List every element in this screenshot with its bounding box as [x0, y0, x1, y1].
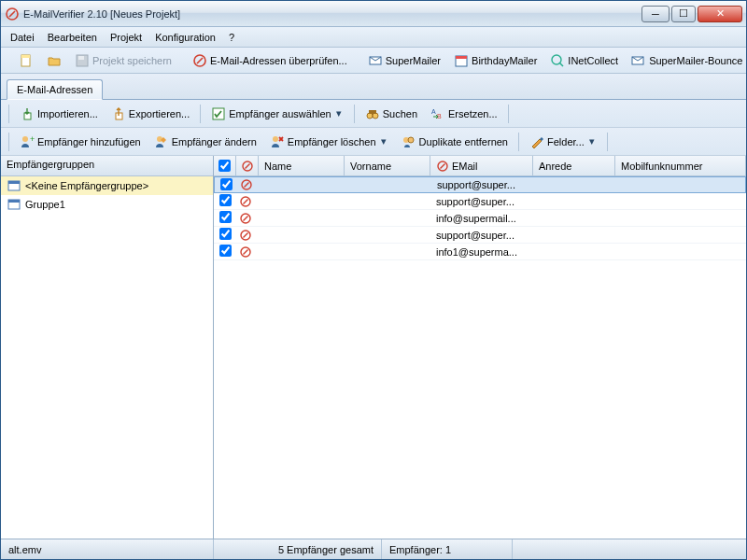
svg-line-39	[245, 183, 249, 188]
groups-list: <Keine Empfängergruppe> Gruppe1	[1, 176, 213, 539]
grid-body[interactable]: support@super...support@super...info@sup…	[214, 176, 746, 539]
binoculars-icon	[365, 106, 380, 121]
export-button[interactable]: Exportieren...	[106, 104, 194, 124]
menubar: Datei Bearbeiten Projekt Konfiguration ?	[1, 27, 746, 48]
row-mobil	[615, 234, 746, 236]
row-checkbox-cell[interactable]	[214, 227, 236, 243]
supermailer-bounce-button[interactable]: SuperMailer-Bounce	[627, 50, 747, 71]
col-anrede[interactable]: Anrede	[533, 156, 615, 175]
globe-search-icon	[550, 53, 565, 68]
menu-help[interactable]: ?	[223, 30, 240, 45]
import-button[interactable]: Importieren...	[15, 104, 103, 124]
table-row[interactable]: support@super...	[214, 193, 746, 210]
supermailer-button[interactable]: SuperMailer	[363, 50, 445, 71]
add-recipient-button[interactable]: + Empfänger hinzufügen	[15, 132, 146, 152]
row-checkbox[interactable]	[220, 178, 233, 190]
table-row[interactable]: info1@superma...	[214, 244, 746, 260]
header-checkbox[interactable]	[218, 160, 231, 172]
new-file-icon	[19, 53, 34, 68]
person-edit-icon	[154, 134, 169, 149]
tabstrip: E-Mail-Adressen	[1, 74, 746, 100]
col-checked[interactable]	[214, 156, 236, 175]
grid-header: Name Vorname EMail Anrede Mobilfunknumme…	[214, 156, 746, 176]
groups-panel: Empfängergruppen <Keine Empfängergruppe>…	[1, 156, 214, 539]
titlebar: E-MailVerifier 2.10 [Neues Projekt] ─ ☐ …	[1, 1, 746, 27]
status-file: alt.emv	[1, 539, 214, 559]
row-email: info1@superma...	[430, 245, 533, 259]
verify-addresses-button[interactable]: E-Mail-Adressen überprüfen...	[188, 50, 352, 71]
table-row[interactable]: support@super...	[214, 227, 746, 244]
row-checkbox[interactable]	[219, 228, 232, 240]
open-button[interactable]	[42, 50, 66, 71]
maximize-button[interactable]: ☐	[671, 6, 696, 22]
fields-icon	[529, 134, 544, 149]
row-anrede	[533, 201, 615, 203]
row-checkbox[interactable]	[219, 211, 232, 223]
inetcollect-button[interactable]: INetCollect	[545, 50, 623, 71]
svg-point-29	[408, 137, 414, 143]
birthdaymailer-label: BirthdayMailer	[472, 55, 537, 66]
remove-duplicates-label: Duplikate entfernen	[419, 136, 508, 147]
group-icon	[7, 197, 21, 212]
delete-recipient-label: Empfänger löschen	[288, 136, 376, 147]
minimize-button[interactable]: ─	[641, 6, 669, 22]
verify-addresses-label: E-Mail-Adressen überprüfen...	[210, 55, 347, 66]
row-mobil	[615, 201, 746, 203]
birthdaymailer-button[interactable]: BirthdayMailer	[449, 50, 542, 71]
col-vorname[interactable]: Vorname	[345, 156, 430, 175]
search-label: Suchen	[383, 108, 417, 119]
group-item-none[interactable]: <Keine Empfängergruppe>	[1, 176, 213, 195]
group-item-gruppe1[interactable]: Gruppe1	[1, 195, 213, 214]
status-selected: Empfänger: 1	[382, 539, 513, 559]
row-mobil	[615, 217, 746, 219]
recipients-grid: Name Vorname EMail Anrede Mobilfunknumme…	[214, 156, 746, 539]
search-button[interactable]: Suchen	[360, 104, 422, 124]
row-checkbox-cell[interactable]	[214, 193, 236, 209]
svg-rect-33	[8, 200, 20, 203]
row-vorname	[345, 251, 430, 253]
col-mobil[interactable]: Mobilfunknummer	[615, 156, 746, 175]
remove-duplicates-button[interactable]: Duplikate entfernen	[397, 132, 513, 152]
add-recipient-label: Empfänger hinzufügen	[37, 136, 141, 147]
delete-recipient-button[interactable]: Empfänger löschen ▾	[265, 132, 393, 152]
edit-recipient-label: Empfänger ändern	[172, 136, 257, 147]
row-status-cell	[236, 245, 259, 259]
row-checkbox-cell[interactable]	[215, 177, 237, 193]
svg-rect-10	[456, 56, 467, 59]
edit-recipient-button[interactable]: Empfänger ändern	[149, 132, 261, 152]
svg-point-24	[22, 136, 28, 142]
row-name	[259, 251, 345, 253]
row-checkbox[interactable]	[219, 194, 232, 206]
row-checkbox-cell[interactable]	[214, 210, 236, 226]
col-email[interactable]: EMail	[430, 156, 533, 175]
menu-konfiguration[interactable]: Konfiguration	[149, 30, 221, 45]
table-row[interactable]: info@supermail...	[214, 210, 746, 227]
row-vorname	[345, 201, 430, 203]
replace-icon: AB	[430, 106, 445, 121]
row-anrede	[533, 251, 615, 253]
menu-projekt[interactable]: Projekt	[105, 30, 148, 45]
select-recipients-button[interactable]: Empfänger auswählen ▾	[206, 104, 347, 124]
row-mobil	[616, 184, 745, 186]
row-status-cell	[237, 177, 260, 192]
svg-rect-5	[78, 56, 84, 60]
fields-button[interactable]: Felder... ▾	[525, 132, 601, 152]
row-anrede	[533, 217, 615, 219]
svg-line-1	[9, 11, 15, 17]
menu-datei[interactable]: Datei	[5, 30, 40, 45]
tab-email-adressen[interactable]: E-Mail-Adressen	[7, 79, 103, 100]
chevron-down-icon: ▾	[587, 135, 597, 147]
menu-bearbeiten[interactable]: Bearbeiten	[42, 30, 103, 45]
svg-line-47	[244, 249, 248, 254]
row-checkbox-cell[interactable]	[214, 244, 236, 259]
replace-button[interactable]: AB Ersetzen...	[426, 104, 502, 124]
close-button[interactable]: ✕	[698, 6, 742, 22]
row-mobil	[615, 251, 746, 253]
table-row[interactable]: support@super...	[214, 176, 746, 193]
col-name[interactable]: Name	[259, 156, 345, 175]
row-checkbox[interactable]	[219, 245, 232, 257]
svg-line-41	[244, 199, 248, 203]
new-project-button[interactable]	[14, 50, 38, 71]
col-status[interactable]	[236, 156, 259, 175]
svg-line-45	[244, 232, 248, 237]
